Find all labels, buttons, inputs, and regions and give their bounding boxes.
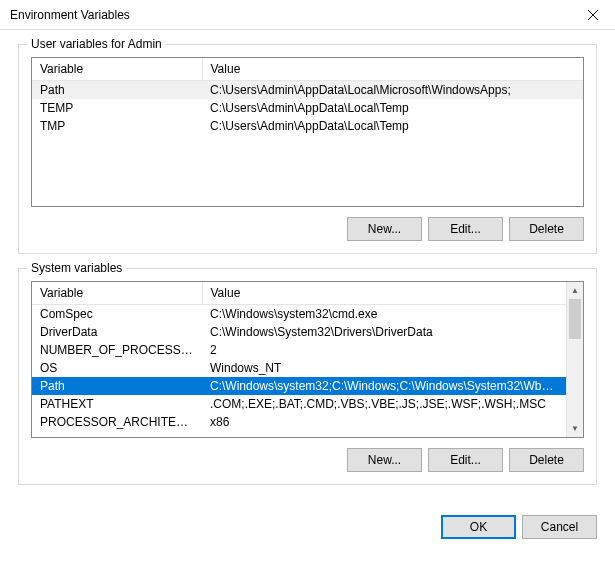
scroll-track[interactable] (567, 299, 583, 420)
user-col-value[interactable]: Value (202, 58, 583, 81)
cell-variable: OS (32, 359, 202, 377)
cell-variable: DriverData (32, 323, 202, 341)
scroll-thumb[interactable] (569, 299, 581, 339)
cell-variable: TMP (32, 117, 202, 135)
cell-variable: TEMP (32, 99, 202, 117)
user-col-variable[interactable]: Variable (32, 58, 202, 81)
cell-value: x86 (202, 413, 566, 431)
cell-variable: Path (32, 377, 202, 395)
close-icon (588, 10, 598, 20)
cell-variable: Path (32, 81, 202, 100)
user-variables-group: User variables for Admin Variable Value … (18, 44, 597, 254)
cell-value: C:\Users\Admin\AppData\Local\Microsoft\W… (202, 81, 583, 100)
system-variables-table[interactable]: Variable Value ComSpecC:\Windows\system3… (31, 281, 584, 438)
window-close-button[interactable] (570, 0, 615, 30)
system-col-value[interactable]: Value (202, 282, 566, 305)
user-edit-button[interactable]: Edit... (428, 217, 503, 241)
table-row[interactable]: PATHEXT.COM;.EXE;.BAT;.CMD;.VBS;.VBE;.JS… (32, 395, 566, 413)
user-variables-table[interactable]: Variable Value PathC:\Users\Admin\AppDat… (31, 57, 584, 207)
table-row[interactable]: NUMBER_OF_PROCESSORS2 (32, 341, 566, 359)
cell-value: Windows_NT (202, 359, 566, 377)
ok-button[interactable]: OK (441, 515, 516, 539)
cell-variable: PROCESSOR_ARCHITECTURE (32, 413, 202, 431)
table-row[interactable]: OSWindows_NT (32, 359, 566, 377)
system-delete-button[interactable]: Delete (509, 448, 584, 472)
scroll-up-icon[interactable]: ▲ (567, 282, 583, 299)
table-row[interactable]: PROCESSOR_ARCHITECTUREx86 (32, 413, 566, 431)
cell-value: C:\Users\Admin\AppData\Local\Temp (202, 99, 583, 117)
table-row[interactable]: PathC:\Windows\system32;C:\Windows;C:\Wi… (32, 377, 566, 395)
cell-value: C:\Users\Admin\AppData\Local\Temp (202, 117, 583, 135)
table-row[interactable]: DriverDataC:\Windows\System32\Drivers\Dr… (32, 323, 566, 341)
cell-value: C:\Windows\System32\Drivers\DriverData (202, 323, 566, 341)
cell-value: C:\Windows\system32\cmd.exe (202, 305, 566, 324)
table-row[interactable]: TMPC:\Users\Admin\AppData\Local\Temp (32, 117, 583, 135)
titlebar: Environment Variables (0, 0, 615, 30)
cell-variable: PATHEXT (32, 395, 202, 413)
cancel-button[interactable]: Cancel (522, 515, 597, 539)
system-new-button[interactable]: New... (347, 448, 422, 472)
system-col-variable[interactable]: Variable (32, 282, 202, 305)
window-title: Environment Variables (10, 8, 130, 22)
system-variables-label: System variables (27, 261, 126, 275)
scroll-down-icon[interactable]: ▼ (567, 420, 583, 437)
cell-variable: ComSpec (32, 305, 202, 324)
user-variables-label: User variables for Admin (27, 37, 166, 51)
table-row[interactable]: TEMPC:\Users\Admin\AppData\Local\Temp (32, 99, 583, 117)
table-row[interactable]: ComSpecC:\Windows\system32\cmd.exe (32, 305, 566, 324)
system-scrollbar[interactable]: ▲ ▼ (566, 282, 583, 437)
cell-value: .COM;.EXE;.BAT;.CMD;.VBS;.VBE;.JS;.JSE;.… (202, 395, 566, 413)
system-edit-button[interactable]: Edit... (428, 448, 503, 472)
cell-variable: NUMBER_OF_PROCESSORS (32, 341, 202, 359)
user-delete-button[interactable]: Delete (509, 217, 584, 241)
table-row[interactable]: PathC:\Users\Admin\AppData\Local\Microso… (32, 81, 583, 100)
user-new-button[interactable]: New... (347, 217, 422, 241)
system-variables-group: System variables Variable Value ComSpecC… (18, 268, 597, 485)
cell-value: 2 (202, 341, 566, 359)
cell-value: C:\Windows\system32;C:\Windows;C:\Window… (202, 377, 566, 395)
